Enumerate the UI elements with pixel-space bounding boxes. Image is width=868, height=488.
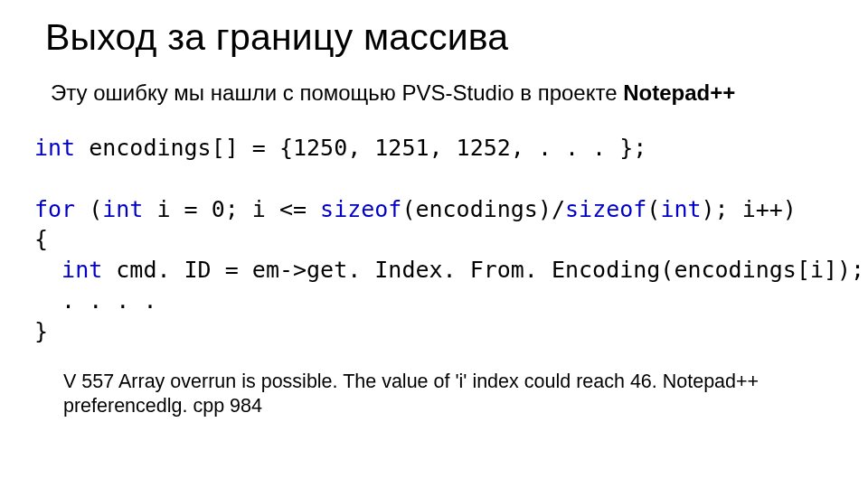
keyword-sizeof: sizeof xyxy=(565,196,646,222)
code-text: } xyxy=(34,318,48,344)
slide-title: Выход за границу массива xyxy=(45,16,823,59)
code-block: int encodings[] = {1250, 1251, 1252, . .… xyxy=(34,133,823,346)
code-text: . . . . xyxy=(34,287,156,314)
code-text: { xyxy=(34,226,48,252)
keyword-for: for xyxy=(34,196,75,222)
slide-subtitle: Эту ошибку мы нашли с помощью PVS-Studio… xyxy=(51,80,823,106)
diagnostic-message: V 557 Array overrun is possible. The val… xyxy=(63,370,787,418)
code-text: ( xyxy=(646,196,660,222)
code-text: ); i++) xyxy=(702,196,797,222)
code-text: cmd. ID = em->get. Index. From. Encoding… xyxy=(102,257,864,283)
keyword-int: int xyxy=(660,196,701,222)
code-text: ( xyxy=(75,196,102,222)
slide: Выход за границу массива Эту ошибку мы н… xyxy=(0,0,868,488)
keyword-int: int xyxy=(34,135,75,161)
subtitle-text: Эту ошибку мы нашли с помощью PVS-Studio… xyxy=(51,80,623,105)
keyword-sizeof: sizeof xyxy=(320,196,401,222)
code-text: i = 0; i <= xyxy=(143,196,320,222)
code-text: encodings[] = {1250, 1251, 1252, . . . }… xyxy=(75,135,646,161)
code-indent xyxy=(34,257,61,283)
keyword-int: int xyxy=(61,257,102,283)
subtitle-project: Notepad++ xyxy=(623,80,735,105)
keyword-int: int xyxy=(102,196,143,222)
code-text: (encodings)/ xyxy=(401,196,565,222)
